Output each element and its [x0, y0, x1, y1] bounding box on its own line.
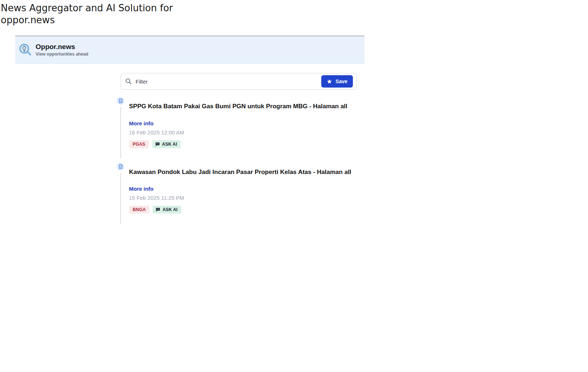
ticker-badge: BNGA — [129, 206, 149, 214]
news-item-timestamp: 15 Feb 2025 11:25 PM — [129, 195, 357, 201]
news-item-timestamp: 16 Feb 2025 12:00 AM — [129, 129, 357, 136]
document-icon — [117, 97, 124, 105]
chat-bubble-icon — [155, 142, 160, 146]
ask-ai-button[interactable]: ASK AI — [153, 206, 181, 214]
brand-block: Oppor.news View opportunities ahead — [36, 43, 88, 57]
timeline-line — [120, 107, 121, 158]
brand-tagline: View opportunities ahead — [36, 52, 88, 57]
news-item: Kawasan Pondok Labu Jadi Incaran Pasar P… — [121, 163, 357, 224]
news-item-title: Kawasan Pondok Labu Jadi Incaran Pasar P… — [129, 169, 357, 176]
timeline-line — [120, 173, 121, 224]
page-title: News Aggregator and AI Solution for oppo… — [0, 0, 182, 26]
filter-group: Save — [121, 73, 357, 90]
document-icon — [117, 163, 124, 170]
save-button-label: Save — [335, 78, 347, 84]
star-icon — [327, 79, 332, 84]
news-list: SPPG Kota Batam Pakai Gas Bumi PGN untuk… — [121, 97, 357, 224]
badge-row: BNGA ASK AI — [129, 206, 357, 214]
magnifier-lightbulb-icon — [19, 43, 32, 57]
brand-title: Oppor.news — [36, 43, 88, 51]
app-header-banner: Oppor.news View opportunities ahead — [15, 36, 365, 64]
ask-ai-label: ASK AI — [162, 207, 177, 212]
badge-row: PGAS ASK AI — [129, 140, 357, 148]
news-item: SPPG Kota Batam Pakai Gas Bumi PGN untuk… — [121, 97, 357, 158]
main-content: Save SPPG Kota Batam Pakai Gas Bumi PGN … — [121, 73, 357, 224]
ticker-badge: PGAS — [129, 140, 149, 148]
chat-bubble-icon — [156, 207, 160, 212]
more-info-link[interactable]: More info — [129, 186, 154, 192]
save-button[interactable]: Save — [321, 75, 353, 88]
ask-ai-label: ASK AI — [162, 142, 177, 147]
more-info-link[interactable]: More info — [129, 120, 154, 126]
ask-ai-button[interactable]: ASK AI — [152, 140, 181, 148]
news-item-title: SPPG Kota Batam Pakai Gas Bumi PGN untuk… — [129, 103, 357, 110]
